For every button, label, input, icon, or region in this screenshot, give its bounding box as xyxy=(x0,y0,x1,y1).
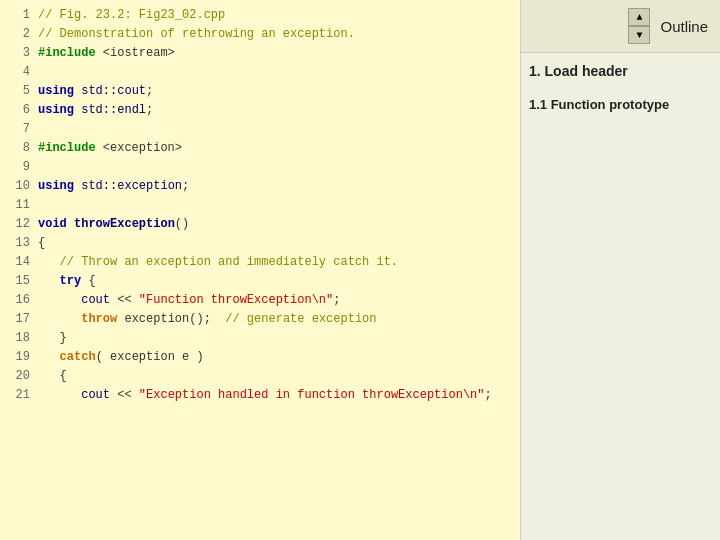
code-line-14: 14 // Throw an exception and immediately… xyxy=(8,253,512,272)
outline-header: ▲ ▼ Outline xyxy=(521,0,720,53)
code-line-4: 4 xyxy=(8,63,512,82)
code-line-11: 11 xyxy=(8,196,512,215)
code-line-21: 21 cout << "Exception handled in functio… xyxy=(8,386,512,405)
code-line-15: 15 try { xyxy=(8,272,512,291)
code-line-7: 7 xyxy=(8,120,512,139)
outline-items: 1. Load header 1.1 Function prototype xyxy=(521,53,720,140)
code-line-12: 12 void throwException() xyxy=(8,215,512,234)
code-panel: 1 // Fig. 23.2: Fig23_02.cpp 2 // Demons… xyxy=(0,0,520,540)
code-line-8: 8 #include <exception> xyxy=(8,139,512,158)
nav-arrows: ▲ ▼ xyxy=(628,8,650,44)
outline-item-function-prototype[interactable]: 1.1 Function prototype xyxy=(529,97,712,112)
code-line-1: 1 // Fig. 23.2: Fig23_02.cpp xyxy=(8,6,512,25)
code-line-19: 19 catch( exception e ) xyxy=(8,348,512,367)
code-line-3: 3 #include <iostream> xyxy=(8,44,512,63)
code-line-20: 20 { xyxy=(8,367,512,386)
outline-item-load-header[interactable]: 1. Load header xyxy=(529,63,712,79)
outline-title: Outline xyxy=(660,18,708,35)
code-line-18: 18 } xyxy=(8,329,512,348)
code-line-13: 13 { xyxy=(8,234,512,253)
code-line-10: 10 using std::exception; xyxy=(8,177,512,196)
code-line-2: 2 // Demonstration of rethrowing an exce… xyxy=(8,25,512,44)
down-arrow-button[interactable]: ▼ xyxy=(628,26,650,44)
code-line-17: 17 throw exception(); // generate except… xyxy=(8,310,512,329)
up-arrow-button[interactable]: ▲ xyxy=(628,8,650,26)
code-line-5: 5 using std::cout; xyxy=(8,82,512,101)
right-panel: ▲ ▼ Outline 1. Load header 1.1 Function … xyxy=(520,0,720,540)
code-line-16: 16 cout << "Function throwException\n"; xyxy=(8,291,512,310)
code-line-9: 9 xyxy=(8,158,512,177)
code-line-6: 6 using std::endl; xyxy=(8,101,512,120)
